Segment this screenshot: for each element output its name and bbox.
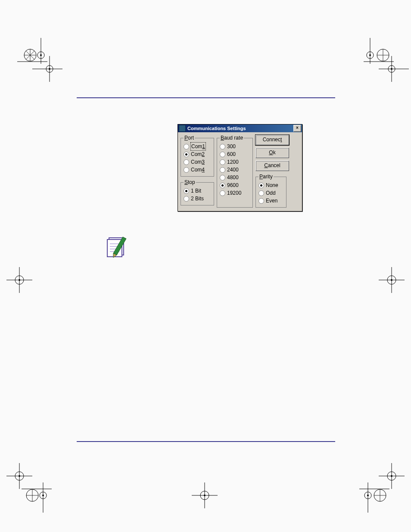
parity-option-label: Even	[266, 197, 277, 205]
radio-icon	[220, 159, 225, 165]
baud-option-label: 2400	[227, 166, 239, 174]
radio-icon	[220, 152, 225, 157]
crop-mark-icon	[374, 56, 409, 90]
parity-option-label: Odd	[266, 189, 276, 197]
crop-mark-icon	[32, 56, 67, 90]
stop-option[interactable]: 2 Bits	[184, 195, 211, 202]
cancel-button[interactable]: Cancel	[255, 161, 289, 171]
baud-option[interactable]: 300	[220, 143, 250, 150]
radio-icon	[184, 167, 189, 173]
port-option[interactable]: Com3	[184, 158, 211, 166]
crop-mark-icon	[187, 478, 222, 513]
baud-option-label: 19200	[227, 189, 241, 197]
baud-option-label: 1200	[227, 158, 239, 166]
radio-icon	[184, 144, 189, 149]
port-option-label: Com1	[191, 143, 206, 150]
radio-icon	[220, 190, 225, 196]
close-button[interactable]: ×	[293, 125, 301, 132]
radio-icon	[184, 152, 189, 157]
svg-point-16	[369, 54, 371, 56]
radio-icon	[258, 183, 264, 188]
baud-option[interactable]: 9600	[220, 181, 250, 189]
svg-point-54	[367, 495, 369, 496]
svg-point-50	[391, 475, 392, 477]
radio-icon	[184, 188, 189, 194]
baud-option-label: 600	[227, 150, 236, 158]
radio-icon	[220, 175, 225, 180]
svg-point-27	[19, 279, 20, 281]
radio-icon	[220, 167, 225, 173]
svg-point-46	[204, 495, 206, 496]
port-legend: Port	[184, 135, 195, 141]
baud-option[interactable]: 2400	[220, 166, 250, 174]
baud-group: Baud rate 300600120024004800960019200	[217, 135, 253, 208]
ok-button[interactable]: Ok	[255, 148, 289, 158]
baud-option[interactable]: 19200	[220, 189, 250, 197]
svg-point-35	[19, 475, 20, 477]
parity-option[interactable]: Even	[258, 197, 283, 205]
radio-icon	[220, 183, 225, 188]
baud-option[interactable]: 600	[220, 150, 250, 158]
parity-legend: Parity	[258, 174, 274, 180]
stop-option[interactable]: 1 Bit	[184, 187, 211, 195]
radio-icon	[184, 196, 189, 202]
divider	[77, 97, 335, 98]
parity-option[interactable]: Odd	[258, 189, 283, 197]
port-option-label: Com2	[191, 150, 205, 158]
connect-button[interactable]: Connect	[255, 135, 289, 145]
dialog-titlebar[interactable]: Communications Settings ×	[178, 124, 302, 132]
svg-point-31	[391, 279, 392, 281]
stop-option-label: 2 Bits	[191, 195, 204, 202]
radio-icon	[184, 159, 189, 165]
parity-option-label: None	[266, 181, 278, 189]
svg-point-12	[49, 68, 50, 70]
stop-group: Stop 1 Bit2 Bits	[181, 179, 214, 205]
communications-settings-dialog: Communications Settings × Port Com1Com2C…	[177, 124, 302, 212]
port-option[interactable]: Com2	[184, 150, 211, 158]
port-group: Port Com1Com2Com3Com4	[181, 135, 214, 177]
dialog-title: Communications Settings	[187, 126, 293, 131]
parity-group: Parity NoneOddEven	[255, 174, 286, 208]
stop-legend: Stop	[184, 179, 196, 185]
note-icon	[106, 235, 131, 258]
radio-icon	[220, 144, 225, 149]
crop-mark-icon	[355, 478, 389, 513]
svg-point-42	[42, 495, 44, 496]
baud-legend: Baud rate	[220, 135, 244, 141]
parity-option[interactable]: None	[258, 181, 283, 189]
baud-option-label: 4800	[227, 174, 239, 181]
baud-option[interactable]: 1200	[220, 158, 250, 166]
stop-option-label: 1 Bit	[191, 187, 201, 195]
app-icon	[179, 125, 186, 132]
crop-mark-icon	[22, 478, 56, 513]
divider	[77, 441, 335, 442]
radio-icon	[258, 190, 264, 196]
crop-mark-icon	[2, 263, 37, 297]
crop-mark-icon	[374, 263, 409, 297]
port-option[interactable]: Com4	[184, 166, 211, 174]
baud-option[interactable]: 4800	[220, 174, 250, 181]
port-option-label: Com4	[191, 166, 205, 174]
port-option-label: Com3	[191, 158, 205, 166]
baud-option-label: 300	[227, 143, 236, 150]
radio-icon	[258, 198, 264, 204]
baud-option-label: 9600	[227, 181, 239, 189]
port-option[interactable]: Com1	[184, 143, 211, 150]
svg-point-23	[391, 68, 392, 70]
